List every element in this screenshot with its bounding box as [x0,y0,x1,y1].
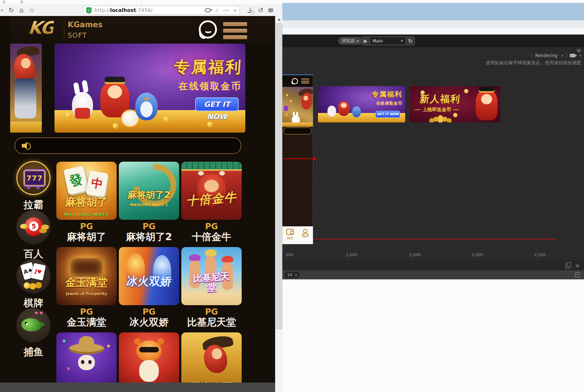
url-scheme: http:// [94,7,110,13]
scene-dropdown-label: Main [372,39,383,44]
mahjong-tile-art: 發 [63,166,88,195]
game-art-title: 金玉满堂 [56,275,117,290]
tab-divider [141,0,141,4]
rendering-dropdown[interactable]: Rendering [535,53,557,58]
coin-art [113,123,118,129]
game-tile-mariachi[interactable] [56,332,117,383]
browser-scrollbar[interactable]: ▲ [275,16,283,392]
fish-icon: ♥ ♥ [16,308,51,342]
skull-art [78,355,95,370]
game-art-title: 比基尼天堂 [189,271,234,294]
play-button[interactable]: ▶ [364,38,367,44]
game-art-subtitle: MAHJONG WAYS 2 [119,203,179,207]
favorite-star-icon[interactable]: ☆ [215,8,219,13]
ruler-tick: 1,000 [346,252,358,257]
download-icon[interactable]: ↓ [247,7,254,14]
game-tile-fortune-ox[interactable]: 十倍金牛 [181,162,242,220]
confetti-art [63,340,65,342]
game-art-title: 冰火双娇 [119,274,179,289]
game-tile-fortune-tiger[interactable]: 虎虎生财 [119,332,179,383]
coin-art [65,112,71,118]
console-count: 14 [287,272,292,277]
game-art-title: 十倍金牛 [181,189,242,210]
browser-menu-icon[interactable]: ≡ [266,5,275,15]
game-tile-jewels-of-prosperity[interactable]: 金玉满堂 Jewels of Prosperity [56,247,117,305]
kg-logo[interactable]: KG [27,17,54,38]
menu-icon [301,78,309,85]
customer-service-headset-icon[interactable] [199,20,217,39]
hero-banner[interactable]: 专属福利 在线领取金币 GET IT NOW [55,44,245,133]
panel-dock-icon[interactable] [575,272,580,278]
game-tile-ice-fire[interactable]: 冰火双娇 [119,247,179,305]
lotto-ball-icon: 5 [16,210,51,244]
coin-art [420,90,425,95]
game-name: 冰火双娇 [119,316,179,328]
console-count-dropdown[interactable]: 14 ▾ [284,272,300,278]
scrollbar-up-arrow[interactable]: ▲ [275,16,283,23]
preview-controls: ▶ Main▼ ↻ [362,36,415,46]
carousel-previous-banner[interactable] [10,44,42,133]
game-tile-mahjong-ways-2[interactable]: 麻将胡了2 MAHJONG WAYS 2 [119,162,179,220]
tiger-body-art [139,360,159,382]
home-icon[interactable]: ⌂ [17,5,26,15]
tab-favicon [2,0,5,4]
profile-tab[interactable]: 我的 [300,229,311,238]
divider: | [566,53,567,58]
editor-menu-strip [282,20,584,28]
undo-icon[interactable]: ↺ [256,5,265,15]
more-icon[interactable]: ··· [223,8,230,13]
category-label: 棋牌 [16,296,51,310]
editor-sub-strip [282,28,584,35]
poker-cards-icon: A♠ J♥ [16,259,51,293]
footer-menu-icon[interactable]: ≡ [575,263,580,268]
category-fishing[interactable]: ♥ ♥ 捕鱼 [16,308,51,359]
chevron-down-icon[interactable]: ∨ [234,8,237,13]
lobby-menu-icon[interactable] [223,22,247,42]
get-it-now-button[interactable]: GET IT NOW [195,97,239,111]
game-tile-mahjong-ways[interactable]: 發 中 麻将胡了 MAHJONG WAYS [56,162,117,220]
key-icon[interactable] [205,8,211,12]
banner-sprite-newcomer-bonus[interactable]: 新人福利 上线即送金币 [410,86,500,122]
category-label: 拉霸 [16,198,51,211]
rabbit-character-art [72,92,93,119]
category-label: 百人 [16,247,51,260]
scene-viewport[interactable]: ≡ | Rendering ▾ | ▾ 使用鼠标右键平移视窗焦点，使用滚轮缩放视… [282,47,584,261]
scrollbar-thumb[interactable] [276,23,282,329]
category-slots[interactable]: 777 拉霸 [16,161,51,211]
phone-header [282,75,313,87]
editor-toolbar: 浏览器▼ ▶ Main▼ ↻ [282,35,584,47]
url-bar[interactable]: ✓ http://localhost:7456/ ☆ ··· ∨ [83,6,240,15]
device-dropdown-label: 浏览器 [342,38,355,43]
bookmarks-icon[interactable]: ☆ [27,5,36,15]
wallet-tab[interactable]: 钱包 [285,229,295,240]
provider-label: PG [119,222,179,231]
coin-floor-art [10,122,42,133]
coin-art [453,113,458,117]
provider-label: PG [56,222,117,231]
coin-pile-art [438,115,443,120]
game-art-title: 赏金女王 [181,380,242,383]
game-tile-queen-of-bounty[interactable]: 赏金女王 [181,332,242,383]
game-label: PG 冰火双娇 [119,307,179,328]
scene-navigation-hint: 使用鼠标右键平移视窗焦点，使用滚轮缩放视图 [486,60,581,66]
speaker-icon[interactable] [22,142,30,150]
banner-sprite-exclusive-bonus[interactable]: 专属福利 在线领取金币 GET IT NOW [318,86,405,122]
banner-subtitle: 上线即送金币 [423,106,451,113]
reload-icon[interactable]: ↻ [7,5,16,15]
category-cards[interactable]: A♠ J♥ 棋牌 [16,259,51,310]
device-dropdown[interactable]: 浏览器▼ [338,37,362,45]
canvas-node-preview[interactable]: 钱包 我的 [282,74,313,244]
game-art-subtitle: MAHJONG WAYS [56,212,117,217]
game-tile-bikini-paradise[interactable]: 比基尼天堂 [181,247,242,305]
tab-favicon [20,0,23,4]
caret-down-icon: ▼ [357,40,359,43]
category-multiplayer[interactable]: 5 百人 [16,210,51,260]
camera-icon[interactable] [570,54,575,57]
scene-dropdown[interactable]: Main▼ [370,37,405,44]
scene-footer-bar: ≡ [282,261,584,271]
brand-divider [64,20,64,39]
lobby-header: KG KGames SOFT [10,16,275,43]
back-icon[interactable]: ‹ [0,5,7,15]
copy-icon[interactable] [565,264,569,268]
refresh-button[interactable]: ↻ [408,38,413,44]
